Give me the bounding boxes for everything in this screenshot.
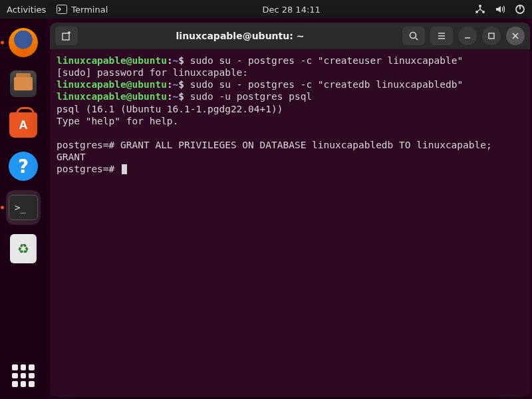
trash-icon: ♻ xyxy=(10,234,37,263)
svg-rect-15 xyxy=(489,33,494,39)
show-applications-button[interactable] xyxy=(12,364,35,387)
clock[interactable]: Dec 28 14:11 xyxy=(262,5,320,15)
dock-item-terminal[interactable]: >_ xyxy=(6,190,41,225)
svg-point-9 xyxy=(410,33,416,39)
window-title: linuxcapable@ubuntu: ~ xyxy=(83,31,397,41)
dock: ? >_ ♻ xyxy=(0,19,47,399)
svg-line-10 xyxy=(416,38,418,40)
new-tab-icon xyxy=(61,31,72,41)
search-button[interactable] xyxy=(402,27,425,45)
software-icon xyxy=(9,112,37,138)
hamburger-icon xyxy=(436,31,447,41)
search-icon xyxy=(408,31,419,41)
volume-icon[interactable] xyxy=(495,4,505,15)
top-bar: Activities Terminal Dec 28 14:11 xyxy=(0,0,532,19)
maximize-icon xyxy=(487,32,495,40)
current-app-name: Terminal xyxy=(71,5,108,15)
maximize-button[interactable] xyxy=(482,27,501,45)
terminal-window: linuxcapable@ubuntu: ~ linuxcapable@ubun… xyxy=(50,23,530,397)
close-icon xyxy=(511,32,519,40)
terminal-small-icon xyxy=(57,5,67,14)
terminal-icon: >_ xyxy=(9,195,38,220)
help-icon: ? xyxy=(9,152,38,181)
dock-item-trash[interactable]: ♻ xyxy=(6,231,41,266)
dock-item-files[interactable] xyxy=(6,66,41,101)
dock-item-software[interactable] xyxy=(6,108,41,142)
svg-point-1 xyxy=(479,5,481,7)
minimize-icon xyxy=(464,32,471,40)
dock-item-firefox[interactable] xyxy=(6,25,41,60)
svg-rect-6 xyxy=(63,33,69,40)
firefox-icon xyxy=(9,28,38,57)
minimize-button[interactable] xyxy=(458,27,477,45)
new-tab-button[interactable] xyxy=(55,27,78,45)
titlebar[interactable]: linuxcapable@ubuntu: ~ xyxy=(50,23,530,49)
current-app-indicator[interactable]: Terminal xyxy=(57,5,108,15)
close-button[interactable] xyxy=(506,27,525,45)
menu-button[interactable] xyxy=(430,27,453,45)
files-icon xyxy=(10,70,37,97)
power-icon[interactable] xyxy=(515,4,525,15)
activities-button[interactable]: Activities xyxy=(7,5,46,15)
terminal-body[interactable]: linuxcapable@ubuntu:~$ sudo su - postgre… xyxy=(50,49,530,397)
svg-rect-0 xyxy=(57,5,67,14)
dock-item-help[interactable]: ? xyxy=(6,149,41,184)
network-icon[interactable] xyxy=(475,4,485,15)
